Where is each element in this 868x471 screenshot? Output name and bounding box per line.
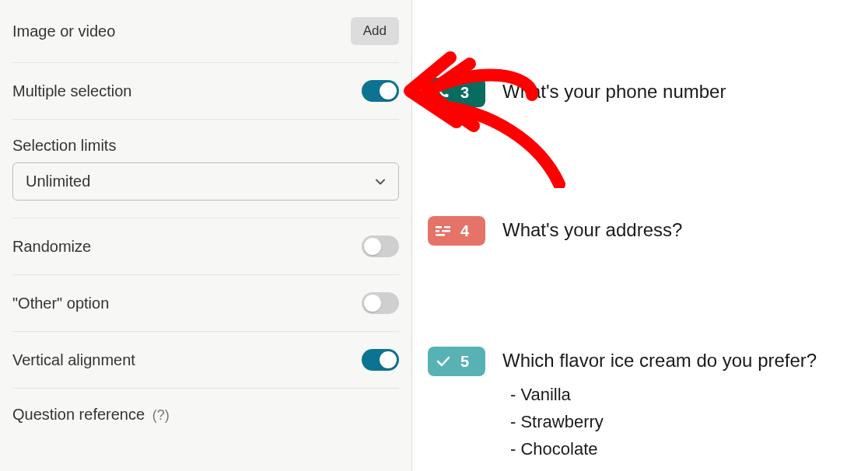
chevron-down-icon — [375, 176, 386, 187]
question-reference-label: Question reference (?) — [12, 406, 170, 424]
question-row-3[interactable]: 3 What's your phone number — [428, 78, 852, 107]
selection-limits-select[interactable]: Unlimited — [12, 162, 399, 201]
selection-limits-label: Selection limits — [12, 120, 399, 162]
image-or-video-row: Image or video Add — [12, 0, 399, 63]
svg-rect-0 — [436, 226, 442, 229]
question-badge-5: 5 — [428, 347, 485, 376]
phone-icon — [436, 86, 451, 99]
questions-preview: 3 What's your phone number 4 What's your… — [412, 0, 868, 471]
question-text-3: What's your phone number — [502, 81, 726, 103]
vertical-alignment-toggle[interactable] — [362, 349, 399, 371]
other-option-toggle[interactable] — [362, 292, 399, 314]
question-content-5: Which flavor ice cream do you prefer? - … — [502, 347, 817, 463]
question-reference-row: Question reference (?) — [12, 389, 399, 441]
question-number-4: 4 — [460, 222, 469, 240]
svg-rect-2 — [436, 230, 439, 232]
vertical-alignment-row: Vertical alignment — [12, 332, 399, 389]
choice-item: - Chocolate — [510, 435, 817, 462]
svg-rect-3 — [442, 230, 450, 232]
selection-limits-section: Selection limits Unlimited — [12, 120, 399, 218]
multiple-selection-row: Multiple selection — [12, 63, 399, 120]
randomize-toggle[interactable] — [362, 236, 399, 257]
other-option-row: "Other" option — [12, 275, 399, 332]
choices-list: - Vanilla - Strawberry - Chocolate — [510, 381, 817, 463]
address-icon — [436, 225, 451, 237]
selection-limits-value: Unlimited — [26, 173, 90, 190]
question-badge-3: 3 — [428, 78, 485, 107]
question-text-4: What's your address? — [502, 219, 682, 241]
settings-sidebar: Image or video Add Multiple selection Se… — [0, 0, 412, 471]
randomize-row: Randomize — [12, 218, 399, 275]
toggle-knob — [364, 238, 381, 255]
vertical-alignment-label: Vertical alignment — [12, 351, 135, 369]
toggle-knob — [380, 82, 397, 99]
toggle-knob — [364, 295, 381, 312]
question-row-4[interactable]: 4 What's your address? — [428, 216, 852, 246]
help-icon[interactable]: (?) — [152, 407, 170, 423]
choice-item: - Strawberry — [510, 408, 817, 435]
svg-rect-1 — [444, 226, 450, 229]
choice-item: - Vanilla — [510, 381, 817, 408]
question-text-5: Which flavor ice cream do you prefer? — [502, 350, 817, 372]
randomize-label: Randomize — [12, 238, 91, 256]
add-button[interactable]: Add — [351, 17, 399, 45]
question-number-3: 3 — [460, 84, 469, 102]
check-icon — [436, 355, 451, 368]
question-reference-text: Question reference — [12, 406, 145, 423]
svg-rect-4 — [436, 234, 445, 236]
other-option-label: "Other" option — [12, 295, 109, 312]
toggle-knob — [380, 351, 397, 368]
question-number-5: 5 — [460, 353, 469, 371]
multiple-selection-label: Multiple selection — [12, 82, 131, 100]
question-row-5[interactable]: 5 Which flavor ice cream do you prefer? … — [428, 347, 852, 463]
question-badge-4: 4 — [428, 216, 485, 246]
multiple-selection-toggle[interactable] — [362, 80, 399, 102]
image-or-video-label: Image or video — [12, 23, 115, 40]
